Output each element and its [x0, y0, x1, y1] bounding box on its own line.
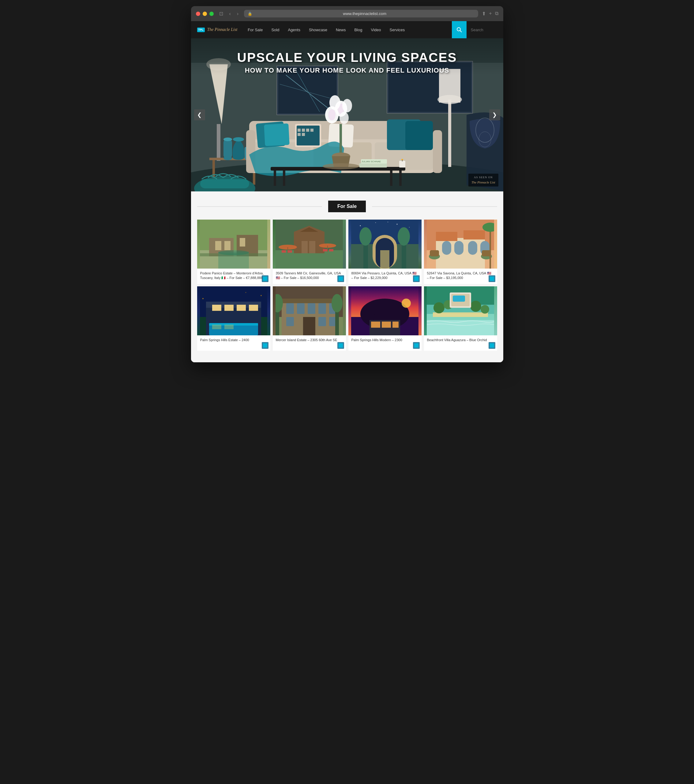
browser-controls: ⊡ ‹ ›	[217, 10, 241, 17]
forward-button[interactable]: ›	[235, 10, 240, 17]
property-image-6	[273, 287, 346, 335]
for-sale-section-header: For Sale	[197, 201, 497, 212]
search-input[interactable]	[467, 21, 497, 38]
property-title-3: 80694 Via Pessaro, La Quinta, CA, USA 🇺🇸…	[352, 271, 417, 280]
property-card-5[interactable]: Palm Springs Hills Estate – 2400	[197, 287, 270, 351]
property-badge-6	[337, 342, 344, 349]
svg-rect-37	[298, 128, 301, 132]
main-nav: TPL The Pinnacle List For Sale Sold Agen…	[191, 21, 503, 38]
property-card-8[interactable]: Beachfront Villa Aguazura – Blue Orchid	[424, 287, 497, 351]
content-area: For Sale	[191, 191, 503, 362]
watermark-brand: The Pinnacle List	[472, 180, 495, 184]
svg-rect-166	[382, 321, 391, 328]
svg-point-21	[224, 137, 232, 141]
property-title-6: Mercer Island Estate – 2305 60th Ave SE	[276, 338, 337, 342]
nav-blog[interactable]: Blog	[350, 21, 367, 38]
property-info-4: 52647 Via Savona, La Quinta, CA, USA 🇺🇸 …	[424, 268, 497, 284]
svg-point-53	[339, 112, 349, 124]
logo-badge: TPL	[197, 28, 205, 32]
svg-rect-150	[318, 303, 326, 314]
svg-rect-173	[427, 320, 494, 335]
property-badge-5	[262, 342, 268, 349]
fullscreen-button[interactable]	[209, 12, 214, 16]
hero-prev-button[interactable]: ❮	[194, 109, 205, 120]
property-card-1[interactable]: Podere Panico Estate – Monteroni d'Arbia…	[197, 219, 270, 284]
svg-rect-59	[390, 171, 393, 186]
nav-links: For Sale Sold Agents Showcase News Blog …	[243, 21, 452, 38]
svg-text:JULIAN SCHNAE: JULIAN SCHNAE	[362, 160, 381, 163]
property-card-6[interactable]: Mercer Island Estate – 2305 60th Ave SE	[273, 287, 346, 351]
hero-next-button[interactable]: ❯	[489, 109, 500, 120]
property-image-8	[424, 287, 497, 335]
svg-rect-154	[318, 317, 326, 326]
nav-showcase[interactable]: Showcase	[304, 21, 332, 38]
svg-rect-135	[224, 305, 234, 311]
property-image-1	[197, 219, 270, 268]
svg-rect-165	[371, 321, 380, 328]
property-image-3	[349, 219, 421, 268]
svg-point-66	[323, 163, 359, 170]
svg-rect-32	[433, 130, 442, 173]
property-info-7: Palm Springs Hills Modern – 2300	[349, 335, 421, 351]
svg-rect-41	[298, 133, 301, 136]
hero-overlay-text: UPSCALE YOUR LIVING SPACES HOW TO MAKE Y…	[191, 38, 503, 81]
search-button[interactable]	[452, 21, 467, 38]
svg-point-175	[434, 302, 444, 313]
svg-rect-181	[453, 295, 465, 301]
svg-rect-147	[286, 303, 294, 314]
svg-rect-98	[329, 249, 333, 252]
svg-rect-149	[308, 303, 315, 314]
svg-point-177	[470, 301, 481, 312]
svg-rect-14	[217, 124, 220, 161]
property-card-3[interactable]: 80694 Via Pessaro, La Quinta, CA, USA 🇺🇸…	[349, 219, 421, 284]
new-tab-icon[interactable]: +	[489, 11, 492, 16]
svg-rect-45	[405, 121, 433, 150]
svg-rect-174	[433, 312, 488, 317]
for-sale-badge[interactable]: For Sale	[328, 201, 366, 212]
property-card-7[interactable]: Palm Springs Hills Modern – 2300	[349, 287, 421, 351]
nav-sold[interactable]: Sold	[267, 21, 283, 38]
svg-rect-40	[311, 128, 314, 132]
svg-rect-20	[224, 139, 232, 158]
svg-rect-73	[200, 179, 249, 188]
svg-rect-67	[448, 99, 451, 167]
nav-for-sale[interactable]: For Sale	[243, 21, 267, 38]
svg-rect-152	[286, 317, 294, 326]
svg-rect-117	[464, 230, 485, 239]
svg-point-141	[260, 295, 262, 296]
lock-icon: 🔒	[248, 12, 252, 16]
svg-rect-123	[430, 250, 439, 256]
back-button[interactable]: ‹	[227, 10, 233, 17]
nav-video[interactable]: Video	[367, 21, 385, 38]
site-logo[interactable]: TPL The Pinnacle List	[197, 27, 238, 32]
svg-rect-167	[393, 321, 399, 328]
svg-rect-97	[323, 249, 327, 252]
svg-rect-80	[224, 241, 230, 250]
address-bar[interactable]: 🔒 www.thepinnaclelist.com	[244, 10, 478, 18]
share-icon[interactable]: ⬆	[482, 11, 486, 16]
svg-point-105	[359, 227, 372, 245]
property-title-5: Palm Springs Hills Estate – 2400	[200, 338, 249, 342]
browser-actions: ⬆ + ⧉	[482, 11, 498, 16]
property-card-2[interactable]: 3509 Tanners Mill Cir, Gainesville, GA, …	[273, 219, 346, 284]
hero-watermark: AS SEEN ON The Pinnacle List	[469, 174, 498, 186]
svg-rect-95	[282, 250, 286, 253]
minimize-button[interactable]	[203, 12, 207, 16]
logo-text: The Pinnacle List	[207, 27, 238, 32]
svg-rect-46	[339, 124, 342, 155]
nav-news[interactable]: News	[332, 21, 350, 38]
svg-rect-60	[359, 163, 387, 168]
svg-rect-146	[282, 298, 337, 303]
tabs-icon[interactable]: ⧉	[495, 11, 498, 16]
nav-agents[interactable]: Agents	[283, 21, 304, 38]
property-image-7	[349, 287, 421, 335]
svg-rect-58	[283, 171, 285, 186]
svg-point-111	[409, 227, 409, 227]
svg-rect-63	[399, 161, 405, 168]
close-button[interactable]	[196, 12, 200, 16]
nav-services[interactable]: Services	[385, 21, 409, 38]
sidebar-toggle-icon[interactable]: ⊡	[217, 10, 225, 17]
svg-point-168	[402, 298, 411, 308]
property-image-2	[273, 219, 346, 268]
property-card-4[interactable]: 52647 Via Savona, La Quinta, CA, USA 🇺🇸 …	[424, 219, 497, 284]
